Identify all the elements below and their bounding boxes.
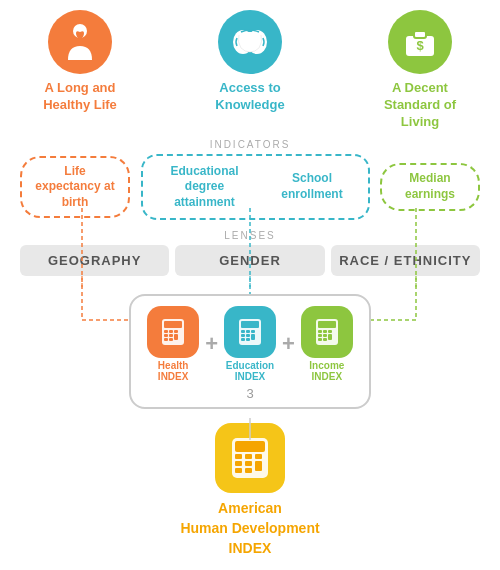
svg-rect-54	[245, 461, 252, 466]
hdi-section: American Human Development INDEX	[180, 423, 319, 558]
svg-rect-40	[318, 330, 322, 333]
plus-1: +	[205, 331, 218, 357]
svg-rect-19	[164, 321, 182, 328]
svg-rect-51	[245, 454, 252, 459]
svg-rect-33	[241, 334, 245, 337]
income-index-label: IncomeINDEX	[309, 360, 344, 382]
indicators-section: INDICATORS Life expectancy at birth Educ…	[0, 139, 500, 221]
income-index-icon	[301, 306, 353, 358]
indicator-degree: Educational degree attainment	[151, 160, 259, 215]
svg-rect-34	[246, 334, 250, 337]
svg-rect-39	[318, 321, 336, 328]
living-icon-circle: $	[388, 10, 452, 74]
svg-rect-22	[174, 330, 178, 333]
svg-rect-25	[174, 334, 178, 340]
healthy-life-icon-circle	[48, 10, 112, 74]
lenses-row: GEOGRAPHY GENDER RACE / ETHNICITY	[20, 245, 480, 276]
svg-rect-20	[164, 330, 168, 333]
hdi-label: American Human Development INDEX	[180, 499, 319, 558]
svg-rect-55	[255, 461, 262, 471]
lens-geography: GEOGRAPHY	[20, 245, 169, 276]
svg-rect-24	[169, 334, 173, 337]
lenses-section: LENSES GEOGRAPHY GENDER RACE / ETHNICITY	[0, 230, 500, 276]
hdi-icon	[215, 423, 285, 493]
svg-rect-35	[251, 334, 255, 340]
icon-block-living: $ A Decent Standard of Living	[360, 10, 480, 131]
indicator-enrollment: School enrollment	[265, 167, 360, 206]
indicators-label: INDICATORS	[20, 139, 480, 150]
svg-rect-29	[241, 321, 259, 328]
svg-rect-46	[318, 338, 322, 341]
index-section: HealthINDEX +	[129, 294, 371, 409]
lens-gender: GENDER	[175, 245, 324, 276]
svg-rect-27	[169, 338, 173, 341]
svg-rect-42	[328, 330, 332, 333]
svg-rect-47	[323, 338, 327, 341]
svg-rect-32	[251, 330, 255, 333]
divide-by-label: 3	[246, 386, 253, 401]
svg-rect-50	[235, 454, 242, 459]
health-index-icon	[147, 306, 199, 358]
income-index-block: IncomeINDEX	[301, 306, 353, 382]
svg-rect-49	[235, 441, 265, 452]
svg-rect-31	[246, 330, 250, 333]
top-icons-row: A Long and Healthy Life Access to Knowle…	[0, 0, 500, 131]
education-index-label: EducationINDEX	[226, 360, 274, 382]
health-index-block: HealthINDEX	[147, 306, 199, 382]
plus-2: +	[282, 331, 295, 357]
teal-indicators-bracket: Educational degree attainment School enr…	[141, 154, 370, 221]
svg-rect-45	[328, 334, 332, 340]
indicator-life-expectancy: Life expectancy at birth	[20, 156, 130, 219]
svg-rect-41	[323, 330, 327, 333]
svg-rect-21	[169, 330, 173, 333]
living-label: A Decent Standard of Living	[384, 80, 456, 131]
education-index-icon	[224, 306, 276, 358]
index-row: HealthINDEX +	[147, 306, 353, 382]
indicator-earnings: Median earnings	[380, 163, 480, 210]
svg-rect-43	[318, 334, 322, 337]
indicators-row: Life expectancy at birth Educational deg…	[20, 154, 480, 221]
svg-rect-36	[241, 338, 245, 341]
svg-rect-52	[255, 454, 262, 459]
svg-rect-30	[241, 330, 245, 333]
svg-text:$: $	[416, 38, 424, 53]
knowledge-icon-circle	[218, 10, 282, 74]
icon-block-healthy-life: A Long and Healthy Life	[20, 10, 140, 114]
svg-rect-53	[235, 461, 242, 466]
diagram: A Long and Healthy Life Access to Knowle…	[0, 0, 500, 570]
svg-rect-26	[164, 338, 168, 341]
svg-rect-56	[235, 468, 242, 473]
healthy-life-label: A Long and Healthy Life	[43, 80, 117, 114]
health-index-label: HealthINDEX	[158, 360, 189, 382]
svg-rect-14	[248, 32, 252, 52]
icon-block-knowledge: Access to Knowledge	[190, 10, 310, 114]
svg-rect-37	[246, 338, 250, 341]
education-index-block: EducationINDEX	[224, 306, 276, 382]
svg-rect-57	[245, 468, 252, 473]
lenses-label: LENSES	[20, 230, 480, 241]
svg-rect-23	[164, 334, 168, 337]
lens-race-ethnicity: RACE / ETHNICITY	[331, 245, 480, 276]
svg-rect-16	[414, 31, 426, 38]
svg-rect-44	[323, 334, 327, 337]
knowledge-label: Access to Knowledge	[215, 80, 284, 114]
